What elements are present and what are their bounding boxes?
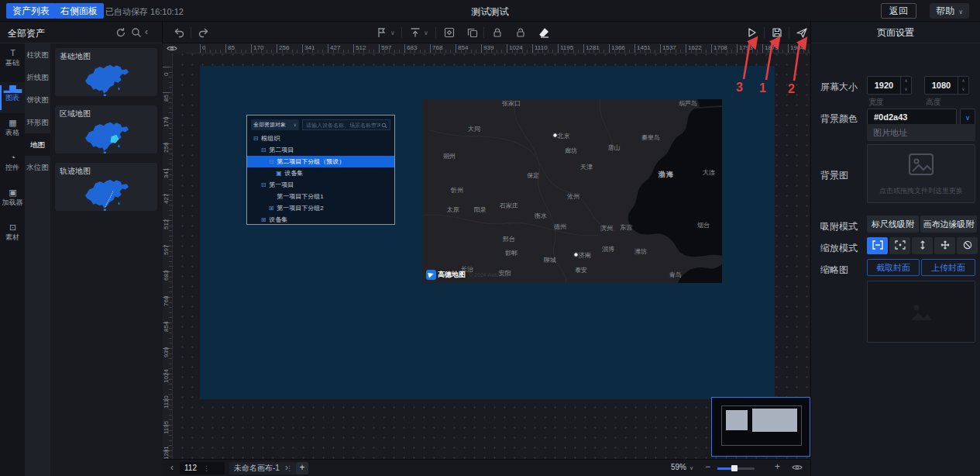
map-city-label: 大同 (468, 124, 480, 133)
height-stepper[interactable]: ∧∨ (958, 77, 968, 94)
ruler-tick-label: 1195 (163, 425, 170, 434)
asset-list-button[interactable]: 资产列表 (6, 3, 56, 19)
resource-type-dropdown[interactable]: 全部资源对象∨ (251, 119, 299, 130)
snap-canvas-edge-button[interactable]: 画布边缘吸附 (920, 216, 977, 233)
tree-item[interactable]: 第一项目下分组1 (247, 191, 394, 202)
zoom-mode-fit-canvas-button[interactable] (889, 237, 910, 254)
ruler-vertical[interactable]: 0851702563414275125976837688549391024111… (163, 53, 173, 459)
tree-item[interactable]: ▣ 设备集 (247, 167, 394, 179)
visibility-eye-icon[interactable] (792, 463, 803, 474)
subcategory-item[interactable]: 水位图 (25, 156, 50, 178)
upload-cover-button[interactable]: 上传封面 (921, 259, 975, 276)
component-card[interactable]: 基础地图 (55, 48, 157, 96)
tree-item[interactable]: ⊟ 第二项目下分组（预设） (247, 156, 394, 167)
tree-item[interactable]: ⊟ 第二项目 (247, 144, 394, 156)
zoom-slider[interactable] (717, 467, 755, 470)
subcategory-item[interactable]: 饼状图 (25, 88, 50, 111)
back-button[interactable]: 返回 (881, 3, 916, 19)
refresh-icon[interactable] (115, 27, 126, 38)
subcategory-item[interactable]: 柱状图 (25, 43, 50, 66)
tree-search-box (302, 119, 390, 130)
canvas-page[interactable]: 全部资源对象∨ ⊟ 根组织 ⊟ 第二项目 (200, 66, 775, 399)
width-stepper[interactable]: ∧∨ (900, 77, 911, 94)
flag-align-icon[interactable] (376, 26, 388, 39)
component-card[interactable]: 轨迹地图 (55, 163, 157, 211)
save-icon[interactable] (771, 26, 783, 39)
tree-item[interactable]: ⊟ 根组织 (247, 133, 394, 144)
category-item[interactable]: ⊡ 素材 (0, 222, 25, 253)
tree-search-input[interactable] (303, 120, 390, 129)
category-item[interactable]: ▣ 加载器 (0, 187, 25, 218)
lock-icon[interactable] (491, 26, 504, 39)
thumbnail-list: 基础地图 区域地图 (50, 43, 163, 476)
tabs-scroll-left-icon[interactable]: ‹ (170, 462, 174, 473)
ruler-horizontal[interactable]: 0851702563414275125976837688549391024111… (163, 43, 810, 53)
zoom-slider-handle[interactable] (731, 465, 738, 471)
minimap[interactable] (711, 397, 810, 457)
group-icon[interactable] (443, 26, 456, 39)
ruler-tick-label: 597 (163, 246, 170, 255)
bg-color-input[interactable] (868, 109, 956, 125)
expand-toggle-icon[interactable]: ⊟ (267, 156, 275, 167)
category-item[interactable]: ▦ 表格 (0, 117, 25, 148)
subcategory-item[interactable]: 折线图 (25, 66, 50, 88)
publish-send-icon[interactable] (796, 26, 808, 39)
tree-item[interactable]: ⊟ 第一项目 (247, 179, 394, 191)
ruler-corner[interactable] (163, 43, 186, 53)
category-item[interactable]: ◔ 控件 (0, 152, 25, 183)
stepper-down-icon[interactable]: ∨ (958, 85, 968, 94)
subcategory-item[interactable]: 地图 (25, 133, 50, 156)
tree-item[interactable]: ⊞ 第一项目下分组2 (247, 202, 394, 214)
bg-image-url-input[interactable] (867, 124, 975, 141)
stepper-up-icon[interactable]: ∧ (958, 77, 968, 85)
stepper-down-icon[interactable]: ∨ (901, 85, 911, 94)
zoom-in-icon[interactable]: + (775, 461, 780, 472)
bg-image-upload-dropzone[interactable]: 点击或拖拽文件到这里更换 (867, 144, 975, 203)
zoom-mode-fit-width-button[interactable] (867, 237, 888, 254)
snap-ruler-button[interactable]: 标尺线吸附 (867, 216, 919, 233)
device-tree-widget[interactable]: 全部资源对象∨ ⊟ 根组织 ⊟ 第二项目 (246, 115, 395, 225)
tree-item-label: 第一项目下分组1 (277, 193, 323, 200)
category-item[interactable]: ▂▆▃ 图表 (0, 82, 25, 113)
zoom-mode-disabled-button[interactable] (957, 237, 978, 254)
category-item[interactable]: T 基础 (0, 47, 25, 78)
zoom-out-icon[interactable]: − (705, 461, 710, 472)
chevron-down-icon[interactable]: ∨ (424, 29, 428, 36)
tree-item[interactable]: ⊞ 设备集 (247, 214, 394, 226)
expand-toggle-icon[interactable]: ▣ (275, 167, 283, 179)
amap-map-widget[interactable]: 张家口葫芦岛大同北京秦皇岛唐山廊坊朔州天津保定渤海大连忻州沧州太原阳泉石家庄衡水… (422, 99, 722, 283)
copy-icon[interactable] (466, 26, 479, 39)
help-dropdown[interactable]: 帮助∨ (930, 3, 969, 19)
stepper-up-icon[interactable]: ∧ (901, 77, 911, 85)
tab-menu-icon[interactable]: ⋮ (203, 464, 210, 472)
undo-icon[interactable] (174, 26, 186, 39)
zoom-mode-free-button[interactable] (934, 237, 955, 254)
expand-toggle-icon[interactable]: ⊟ (260, 179, 267, 191)
chevron-down-icon[interactable]: ∨ (390, 29, 395, 36)
subcategory-item[interactable]: 环形图 (25, 111, 50, 133)
component-card[interactable]: 区域地图 (55, 105, 157, 153)
zoom-level-dropdown[interactable]: 59%∨ (671, 463, 693, 471)
unlock-icon[interactable] (514, 26, 527, 39)
preview-play-icon[interactable] (745, 26, 758, 39)
add-canvas-button[interactable]: + (296, 462, 308, 474)
expand-toggle-icon[interactable]: ⊞ (260, 214, 267, 226)
redo-icon[interactable] (197, 26, 209, 39)
tabs-scroll-right-icon[interactable]: › (285, 462, 288, 473)
right-panel-button[interactable]: 右侧面板 (54, 3, 104, 19)
eye-icon[interactable] (163, 43, 177, 54)
canvas-tab-1[interactable]: 112⋮ (180, 462, 225, 474)
ruler-tick-label: 1110 (163, 399, 170, 409)
eraser-icon[interactable] (538, 26, 550, 39)
table-icon: ▦ (0, 117, 25, 128)
zoom-mode-vertical-button[interactable] (912, 237, 933, 254)
capture-cover-button[interactable]: 截取封面 (867, 259, 920, 276)
collapse-panel-icon[interactable]: ‹ (145, 26, 156, 37)
expand-toggle-icon[interactable]: ⊟ (252, 133, 260, 144)
expand-toggle-icon[interactable]: ⊞ (267, 202, 275, 214)
align-top-icon[interactable] (409, 26, 421, 39)
color-picker-dropdown[interactable]: ∨ (960, 109, 975, 126)
map-city-label: 保定 (527, 171, 539, 179)
search-icon[interactable] (131, 27, 142, 38)
expand-toggle-icon[interactable]: ⊟ (260, 144, 267, 156)
